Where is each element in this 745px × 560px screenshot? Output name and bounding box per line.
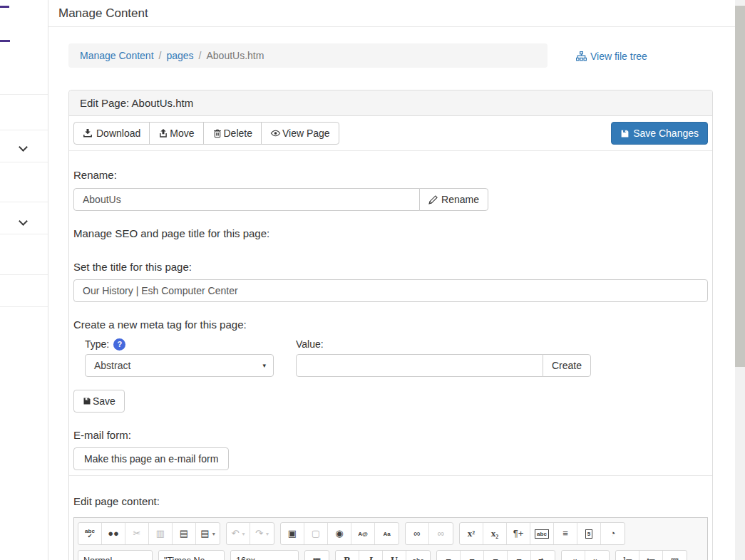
- toolbar-group: x²x₂¶+abc≡5◔: [459, 522, 625, 545]
- sidebar-divider: [0, 306, 48, 307]
- create-meta-button[interactable]: Create: [543, 354, 591, 377]
- underline-button[interactable]: U: [383, 551, 406, 560]
- meta-save-button[interactable]: Save: [73, 390, 125, 413]
- superscript-button[interactable]: x²: [460, 523, 483, 544]
- underline-icon: U: [391, 556, 398, 560]
- view-file-tree-link[interactable]: View file tree: [576, 51, 647, 62]
- paste-options-button[interactable]: ▤▾: [196, 523, 220, 544]
- insert-paragraph-icon: ¶+: [513, 529, 524, 539]
- align-center-icon: ≡: [469, 556, 475, 560]
- delete-button[interactable]: Delete: [203, 122, 262, 145]
- move-icon: [158, 128, 168, 138]
- cut-button: ✂: [125, 523, 149, 544]
- toolbar-group: BIUabc: [335, 550, 431, 560]
- text-placeholder-button[interactable]: abc: [530, 523, 554, 544]
- toolbar-group: ▣▢◉A@Aa: [280, 522, 399, 545]
- save-changes-label: Save Changes: [633, 128, 699, 139]
- indent-button[interactable]: ⇥: [562, 551, 585, 560]
- rename-input-group: Rename: [73, 188, 488, 211]
- insert-styled-image-icon: ▢: [312, 529, 320, 539]
- page-title-input[interactable]: [73, 279, 708, 302]
- show-blocks-button[interactable]: ▦: [305, 551, 329, 560]
- sidebar-accent-dash: [0, 6, 9, 8]
- strikethrough-icon: abc: [412, 556, 423, 560]
- spell-check-icon: abc ✔: [85, 529, 95, 539]
- paste-button[interactable]: ▤: [173, 523, 196, 544]
- main-content: Manage Content/pages/AboutUs.htm View fi…: [48, 27, 735, 560]
- trash-icon: [212, 128, 222, 138]
- italic-button[interactable]: I: [359, 551, 383, 560]
- view-page-button[interactable]: View Page: [261, 122, 339, 145]
- align-left-icon: ≡: [446, 556, 451, 560]
- eye-icon: [270, 128, 281, 138]
- insert-image-icon: ▣: [288, 529, 297, 539]
- spell-check-button[interactable]: abc ✔: [78, 523, 102, 544]
- meta-save-label: Save: [93, 395, 115, 407]
- find-icon: ●●: [108, 529, 119, 539]
- caret-down-icon: ▾: [144, 558, 147, 560]
- link-button[interactable]: ∞: [406, 523, 429, 544]
- help-icon[interactable]: ?: [113, 338, 125, 351]
- sidebar-divider: [0, 162, 48, 162]
- insert-time-button[interactable]: ◔: [601, 523, 625, 544]
- meta-type-select[interactable]: Abstract ▾: [85, 354, 274, 377]
- document-template-button[interactable]: Aa: [375, 523, 399, 544]
- breadcrumb-link-pages[interactable]: pages: [166, 50, 193, 61]
- save-changes-button[interactable]: Save Changes: [611, 122, 708, 145]
- font-family-select[interactable]: "Times Ne▾: [158, 550, 225, 560]
- align-center-button[interactable]: ≡: [461, 551, 484, 560]
- subscript-button[interactable]: x₂: [483, 523, 507, 544]
- unordered-list-button[interactable]: •— •—: [639, 551, 663, 560]
- scrollbar-thumb[interactable]: [735, 6, 745, 367]
- rename-button[interactable]: Rename: [419, 188, 488, 211]
- download-button[interactable]: Download: [73, 122, 150, 145]
- align-right-button[interactable]: ≡: [484, 551, 508, 560]
- caret-down-icon: ▾: [242, 531, 245, 537]
- align-none-icon: ≢: [538, 556, 548, 560]
- toolbar-group: ⇥⇤: [561, 550, 610, 560]
- topbar: Manage Content: [48, 0, 735, 27]
- undo-icon: ↶: [232, 529, 240, 539]
- email-form-label: E-mail form:: [73, 428, 708, 442]
- line-block-button[interactable]: ≡: [554, 523, 577, 544]
- editor-toolbar-row2: Normal▾"Times Ne▾16px▾▦BIUabc≡≡≡≡≢⇥⇤1— 2…: [78, 550, 704, 560]
- subscript-icon: x₂: [491, 529, 498, 539]
- div-container-button[interactable]: ▧: [663, 551, 687, 560]
- ordered-list-button[interactable]: 1— 2—: [616, 551, 639, 560]
- page-title-label: Set the title for this page:: [73, 260, 708, 274]
- sidebar-divider: [0, 202, 48, 202]
- breadcrumb-link-manage-content[interactable]: Manage Content: [80, 50, 154, 61]
- caret-down-icon: ▾: [262, 362, 266, 369]
- bold-button[interactable]: B: [336, 551, 359, 560]
- align-none-button[interactable]: ≢: [531, 551, 555, 560]
- insert-paragraph-button[interactable]: ¶+: [507, 523, 530, 544]
- move-button[interactable]: Move: [149, 122, 203, 145]
- rename-input[interactable]: [73, 188, 420, 211]
- download-icon: [83, 128, 93, 138]
- link-icon: ∞: [413, 529, 420, 539]
- pencil-icon: [428, 195, 438, 204]
- meta-value-label: Value:: [296, 338, 324, 350]
- chevron-down-icon[interactable]: [19, 142, 28, 152]
- align-left-button[interactable]: ≡: [437, 551, 461, 560]
- insert-image-button[interactable]: ▣: [281, 523, 304, 544]
- paragraph-format-select[interactable]: Normal▾: [78, 550, 153, 560]
- meta-value-input[interactable]: [296, 354, 543, 377]
- strikethrough-button[interactable]: abc: [406, 551, 430, 560]
- insert-date-button[interactable]: 5: [577, 523, 601, 544]
- font-size-select[interactable]: 16px▾: [230, 550, 299, 560]
- scrollbar-track[interactable]: [735, 0, 745, 560]
- outdent-button[interactable]: ⇤: [585, 551, 609, 560]
- document-template-icon: Aa: [383, 532, 390, 536]
- page-actions-group: Download Move Delete: [73, 122, 339, 145]
- find-button[interactable]: ●●: [102, 523, 125, 544]
- unlink-button: ∞: [429, 523, 453, 544]
- move-label: Move: [170, 128, 194, 139]
- toolbar-group: ↶▾↷▾: [226, 522, 274, 545]
- chevron-down-icon[interactable]: [19, 217, 28, 226]
- align-justify-button[interactable]: ≡: [508, 551, 531, 560]
- delete-label: Delete: [224, 128, 252, 139]
- insert-media-button[interactable]: ◉: [328, 523, 351, 544]
- email-form-button[interactable]: Make this page an e-mail form: [73, 447, 229, 470]
- document-attachment-button[interactable]: A@: [351, 523, 375, 544]
